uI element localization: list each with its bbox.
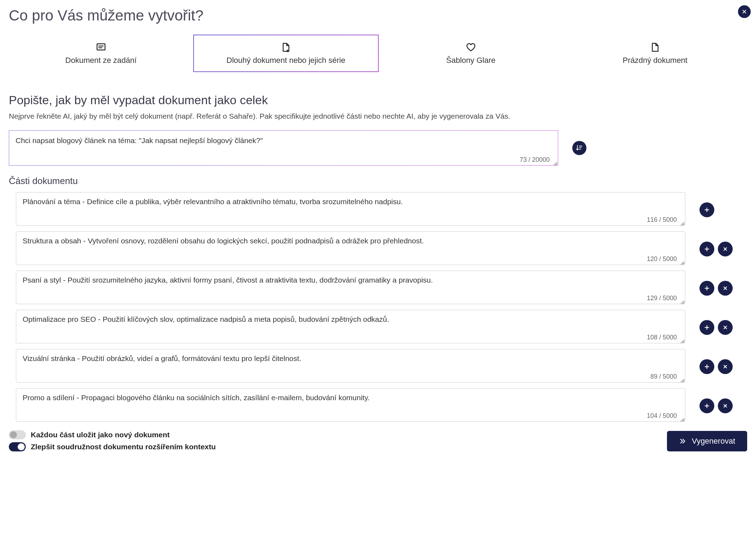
part-actions	[699, 398, 733, 413]
svg-rect-0	[97, 44, 105, 50]
part-input[interactable]	[16, 388, 685, 422]
x-icon	[722, 363, 728, 370]
plus-icon	[704, 246, 710, 252]
toggle-improve-cohesion[interactable]	[9, 442, 26, 451]
file-plus-icon	[280, 42, 291, 53]
part-input[interactable]	[16, 310, 685, 343]
parts-list: 116 / 5000120 / 5000129 / 5000108 / 5000…	[9, 192, 747, 423]
part-actions	[699, 202, 714, 217]
generate-button[interactable]: Vygenerovat	[667, 431, 747, 451]
add-part-button[interactable]	[699, 359, 714, 374]
part-input[interactable]	[16, 271, 685, 304]
plus-icon	[704, 324, 710, 331]
add-part-button[interactable]	[699, 398, 714, 413]
add-part-button[interactable]	[699, 320, 714, 335]
remove-part-button[interactable]	[718, 398, 733, 413]
x-icon	[722, 403, 728, 409]
tab-blank[interactable]: Prázdný dokument	[563, 35, 748, 72]
close-icon	[742, 9, 747, 14]
plus-icon	[704, 285, 710, 291]
add-part-button[interactable]	[699, 242, 714, 256]
describe-desc: Nejprve řekněte AI, jaký by měl být celý…	[9, 112, 747, 120]
chevrons-right-icon	[679, 437, 687, 445]
add-part-button[interactable]	[699, 202, 714, 217]
part-row: 104 / 5000	[9, 388, 747, 423]
tab-long-doc[interactable]: Dlouhý dokument nebo jejich série	[193, 35, 379, 72]
remove-part-button[interactable]	[718, 281, 733, 296]
overall-description-input[interactable]	[9, 130, 558, 166]
remove-part-button[interactable]	[718, 242, 733, 256]
part-row: 120 / 5000	[9, 231, 747, 266]
part-row: 89 / 5000	[9, 349, 747, 384]
x-icon	[722, 285, 728, 291]
toggle-save-each-part[interactable]	[9, 430, 26, 439]
part-actions	[699, 281, 733, 296]
tab-templates[interactable]: Šablony Glare	[379, 35, 563, 72]
x-icon	[722, 246, 728, 252]
tab-label: Dokument ze zadání	[65, 56, 137, 65]
part-row: 116 / 5000	[9, 192, 747, 227]
tabs: Dokument ze zadáníDlouhý dokument nebo j…	[9, 35, 747, 72]
describe-title: Popište, jak by měl vypadat dokument jak…	[9, 93, 747, 107]
generate-button-label: Vygenerovat	[692, 437, 735, 446]
page-title: Co pro Vás můžeme vytvořit?	[9, 7, 747, 24]
tab-label: Dlouhý dokument nebo jejich série	[226, 56, 345, 65]
plus-icon	[704, 403, 710, 409]
part-input[interactable]	[16, 231, 685, 265]
parts-title: Části dokumentu	[9, 176, 747, 186]
part-actions	[699, 242, 733, 256]
part-row: 129 / 5000	[9, 271, 747, 306]
part-input[interactable]	[16, 192, 685, 226]
heart-icon	[465, 42, 477, 53]
plus-icon	[704, 363, 710, 370]
toggle-improve-cohesion-label: Zlepšit soudružnost dokumentu rozšířením…	[31, 443, 216, 451]
plus-icon	[704, 207, 710, 213]
part-actions	[699, 320, 733, 335]
remove-part-button[interactable]	[718, 359, 733, 374]
tab-label: Šablony Glare	[446, 56, 495, 65]
sort-descending-icon	[575, 144, 583, 152]
message-square-icon	[95, 42, 107, 53]
part-actions	[699, 359, 733, 374]
toggle-save-each-label: Každou část uložit jako nový dokument	[31, 431, 170, 439]
add-part-button[interactable]	[699, 281, 714, 296]
part-row: 108 / 5000	[9, 310, 747, 345]
tab-label: Prázdný dokument	[623, 56, 687, 65]
file-icon	[649, 42, 661, 53]
x-icon	[722, 324, 728, 331]
part-input[interactable]	[16, 349, 685, 383]
tab-from-prompt[interactable]: Dokument ze zadání	[9, 35, 193, 72]
generate-parts-button[interactable]	[572, 141, 586, 155]
remove-part-button[interactable]	[718, 320, 733, 335]
close-button[interactable]	[738, 5, 751, 18]
